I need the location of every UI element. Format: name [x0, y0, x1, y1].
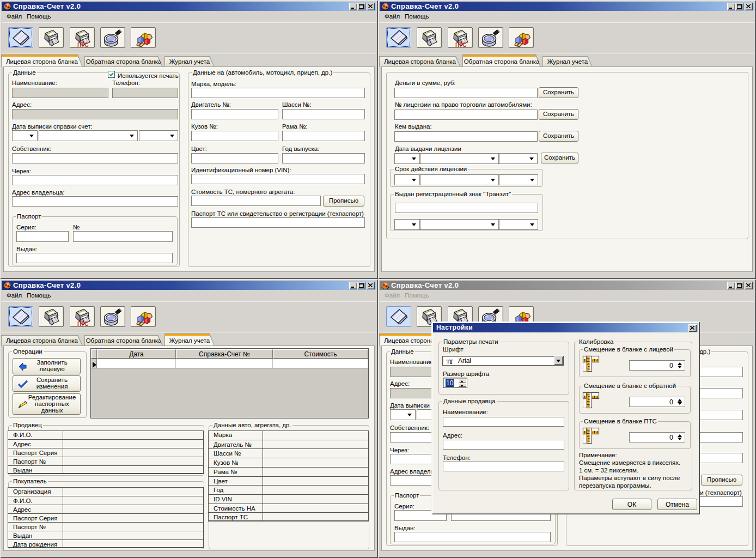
svg-text:ПТС: ПТС	[455, 42, 467, 47]
svg-text:ПТС: ПТС	[77, 321, 89, 326]
svg-text:T: T	[449, 358, 453, 365]
svg-text:ПТС: ПТС	[77, 42, 89, 47]
